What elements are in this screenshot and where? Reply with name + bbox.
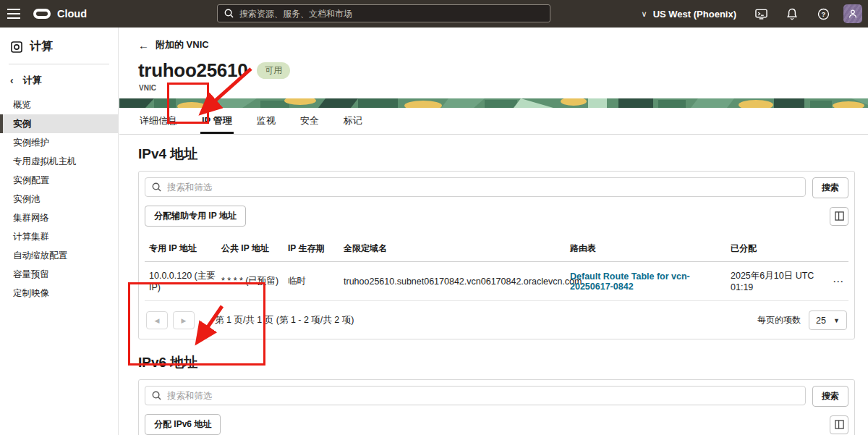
- notifications-bell-icon[interactable]: [786, 8, 799, 20]
- compute-icon: [10, 41, 23, 54]
- global-search[interactable]: [217, 4, 550, 22]
- sidebar-title: 计算: [30, 39, 53, 54]
- ipv4-columns-button[interactable]: [830, 207, 848, 226]
- topbar: Cloud ∨ US West (Phoenix) ?: [0, 0, 868, 28]
- page-title: truhoo25610: [138, 59, 247, 82]
- tab-tags[interactable]: 标记: [342, 108, 364, 134]
- person-icon: [848, 9, 857, 19]
- sidebar-item-overview[interactable]: 概览: [0, 96, 118, 114]
- sidebar-item-instance-configurations[interactable]: 实例配置: [0, 171, 118, 190]
- resource-type-label: VNIC: [139, 84, 868, 92]
- brand-label: Cloud: [57, 8, 87, 20]
- ipv6-section-heading: IPv6 地址: [138, 353, 855, 372]
- ipv4-table: 专用 IP 地址 公共 IP 地址 IP 生存期 全限定域名 路由表 已分配 1…: [145, 236, 848, 301]
- ipv4-pagination: ◀ ▶ 第 1 页/共 1 页 (第 1 - 2 项/共 2 项) 每页的项数 …: [145, 306, 848, 333]
- sidebar-item-dedicated-vm-hosts[interactable]: 专用虚拟机主机: [0, 152, 118, 171]
- status-badge: 可用: [257, 62, 290, 79]
- search-icon: [152, 182, 161, 192]
- region-label: US West (Phoenix): [653, 9, 736, 20]
- ipv4-filter-input[interactable]: [167, 182, 799, 193]
- ipv6-search-button[interactable]: 搜索: [812, 386, 848, 407]
- breadcrumb-back-link[interactable]: ← 附加的 VNIC: [138, 38, 868, 51]
- sidebar-item-capacity-reservations[interactable]: 容量预留: [0, 265, 118, 284]
- tab-bar: 详细信息 IP 管理 监视 安全 标记: [119, 108, 868, 135]
- ipv4-col-assigned: 已分配: [731, 242, 822, 255]
- sidebar-item-autoscaling-configurations[interactable]: 自动缩放配置: [0, 246, 118, 265]
- cell-private-ip: 10.0.0.120 (主要 IP): [149, 270, 221, 292]
- main-content: ← 附加的 VNIC truhoo25610 可用 VNIC 详细信息 IP 管…: [119, 28, 868, 435]
- sidebar-item-instances[interactable]: 实例: [0, 114, 118, 133]
- user-avatar[interactable]: [843, 4, 862, 23]
- route-table-link[interactable]: Default Route Table for vcn-20250617-084…: [570, 271, 731, 292]
- svg-text:?: ?: [822, 9, 826, 17]
- cell-assigned: 2025年6月10日 UTC 01:19: [731, 270, 822, 292]
- sidebar-back[interactable]: ‹ 计算: [0, 64, 118, 96]
- back-arrow-icon: ←: [138, 39, 149, 51]
- chevron-left-icon: ‹: [10, 75, 14, 86]
- back-link-label: 附加的 VNIC: [156, 38, 209, 51]
- help-icon[interactable]: ?: [817, 8, 830, 20]
- columns-icon: [835, 211, 844, 221]
- cell-fqdn: truhoo25610.subnet06170842.vcn06170842.o…: [344, 276, 570, 287]
- cloud-shell-icon[interactable]: [755, 8, 767, 20]
- tab-details[interactable]: 详细信息: [138, 108, 179, 134]
- ipv4-section-heading: IPv4 地址: [138, 145, 855, 164]
- cell-public-ip: *.*.*.* (已预留): [221, 275, 288, 287]
- cell-lifetime: 临时: [288, 275, 344, 287]
- assign-secondary-private-ip-button[interactable]: 分配辅助专用 IP 地址: [145, 206, 246, 227]
- search-icon: [152, 391, 161, 400]
- ipv4-search-button[interactable]: 搜索: [812, 177, 848, 198]
- page-info: 第 1 页/共 1 页 (第 1 - 2 项/共 2 项): [215, 314, 354, 326]
- ipv6-card: 搜索 分配 IPv6 地址 IPv6 地址 IP 生存期 类型 路由表 已分配⌄: [138, 379, 855, 435]
- global-search-input[interactable]: [239, 9, 543, 19]
- sidebar: 计算 ‹ 计算 概览 实例 实例维护 专用虚拟机主机 实例配置 实例池 集群网络…: [0, 28, 119, 435]
- prev-page-button[interactable]: ◀: [146, 311, 168, 329]
- ipv4-col-route-table: 路由表: [570, 242, 731, 255]
- per-page-select[interactable]: 25 ▼: [809, 311, 847, 330]
- assign-ipv6-button[interactable]: 分配 IPv6 地址: [145, 414, 221, 435]
- sidebar-item-compute-clusters[interactable]: 计算集群: [0, 227, 118, 246]
- sidebar-item-instance-maintenance[interactable]: 实例维护: [0, 133, 118, 152]
- ipv6-filter-box[interactable]: [145, 386, 806, 405]
- per-page-value: 25: [816, 316, 826, 326]
- ipv4-col-private-ip: 专用 IP 地址: [149, 242, 221, 255]
- per-page-label: 每页的项数: [757, 314, 801, 326]
- ipv6-filter-input[interactable]: [167, 391, 799, 401]
- ipv4-col-public-ip: 公共 IP 地址: [221, 242, 288, 255]
- ipv4-filter-box[interactable]: [145, 177, 806, 197]
- tab-monitoring[interactable]: 监视: [255, 108, 277, 134]
- oracle-cloud-logo[interactable]: Cloud: [33, 8, 87, 20]
- ipv4-table-row: 10.0.0.120 (主要 IP) *.*.*.* (已预留) 临时 truh…: [145, 262, 848, 301]
- sidebar-item-instance-pools[interactable]: 实例池: [0, 190, 118, 208]
- row-actions-menu-icon[interactable]: ⋯: [822, 275, 844, 288]
- sidebar-back-label: 计算: [23, 74, 42, 87]
- ipv4-col-fqdn: 全限定域名: [344, 242, 570, 255]
- next-page-button[interactable]: ▶: [173, 311, 195, 329]
- oracle-o-icon: [33, 9, 51, 19]
- decorative-banner: [119, 98, 868, 108]
- sidebar-item-cluster-networks[interactable]: 集群网络: [0, 208, 118, 227]
- chevron-down-icon: ∨: [642, 9, 647, 19]
- search-icon: [224, 9, 234, 18]
- topbar-right: ∨ US West (Phoenix) ?: [642, 4, 868, 23]
- tab-security[interactable]: 安全: [299, 108, 320, 134]
- ipv6-columns-button[interactable]: [830, 415, 848, 434]
- sidebar-item-custom-images[interactable]: 定制映像: [0, 284, 118, 303]
- columns-icon: [835, 420, 844, 429]
- tab-ip-management[interactable]: IP 管理: [200, 108, 234, 134]
- sidebar-header: 计算: [0, 28, 118, 64]
- hamburger-menu-icon[interactable]: [0, 0, 27, 28]
- ipv4-col-lifetime: IP 生存期: [288, 242, 344, 255]
- ipv4-card: 搜索 分配辅助专用 IP 地址 专用 IP 地址 公共 IP 地址 IP 生存期…: [138, 171, 855, 339]
- select-caret-icon: ▼: [833, 317, 840, 324]
- region-selector[interactable]: ∨ US West (Phoenix): [642, 9, 736, 20]
